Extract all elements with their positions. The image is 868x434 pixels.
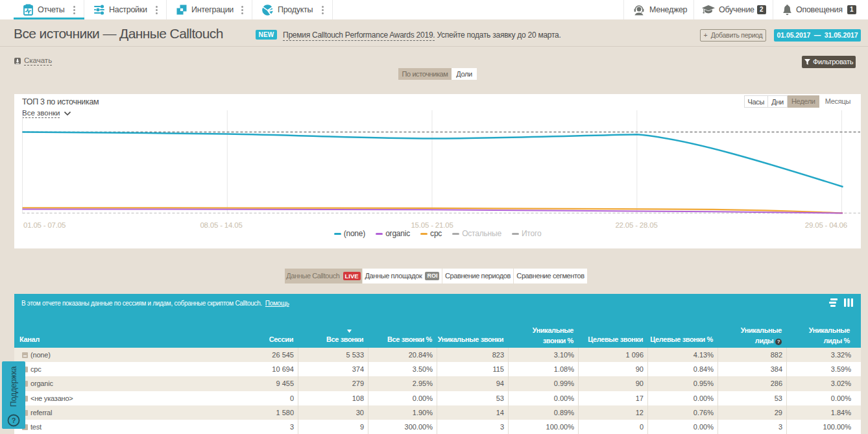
svg-text:?: ? (12, 416, 16, 424)
